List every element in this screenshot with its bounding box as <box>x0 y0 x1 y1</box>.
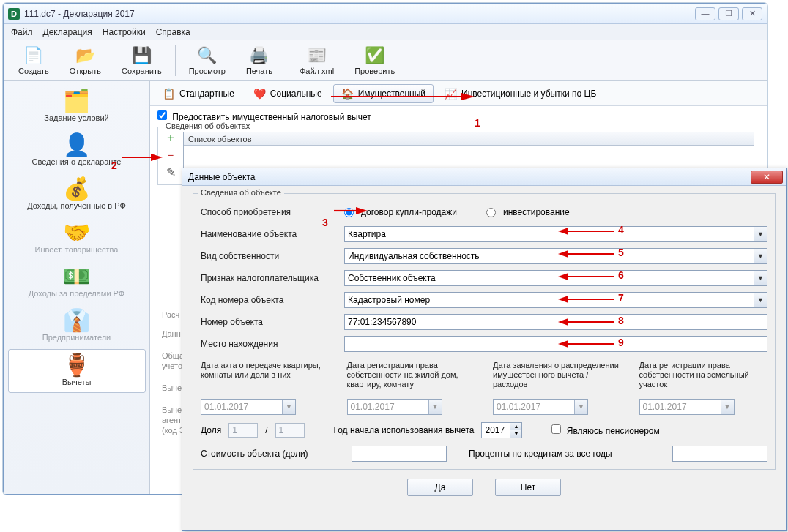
chevron-down-icon: ▼ <box>754 271 767 285</box>
cost-input[interactable] <box>352 446 447 462</box>
year-input[interactable]: 2017▲▼ <box>481 422 522 438</box>
maximize-button[interactable]: ☐ <box>718 7 739 20</box>
toolbar-Файл xml[interactable]: 📰Файл xml <box>289 42 344 79</box>
sidebar-icon: 🤝 <box>63 222 90 244</box>
chevron-down-icon: ▼ <box>754 249 767 263</box>
sidebar-item[interactable]: 💰Доходы, полученные в РФ <box>8 173 146 216</box>
deduction-tabs: 📋Стандартные❤️Социальные🏠Имущественный📈И… <box>150 81 767 106</box>
tab-icon: 🏠 <box>341 88 354 100</box>
toolbar-icon: 📄 <box>23 45 44 66</box>
own-combo[interactable]: Индивидуальная собственность▼ <box>344 248 767 264</box>
edit-object-button[interactable]: ✎ <box>164 167 177 180</box>
date-column: Дата акта о передаче квартиры, комнаты и… <box>201 361 330 415</box>
window-title: 111.dc7 - Декларация 2017 <box>24 9 135 19</box>
deduction-tab[interactable]: ❤️Социальные <box>245 84 330 103</box>
tab-icon: 📈 <box>445 88 457 100</box>
toolbar: 📄Создать📂Открыть💾Сохранить🔍Просмотр🖨️Печ… <box>4 40 767 81</box>
acq-label: Способ приобретения <box>201 208 344 217</box>
toolbar-icon: 🔍 <box>197 45 218 66</box>
loc-input[interactable] <box>344 336 767 352</box>
date-column: Дата заявления о распределении имуществе… <box>493 361 622 415</box>
toolbar-Открыть[interactable]: 📂Открыть <box>59 42 111 79</box>
tab-icon: 📋 <box>163 88 175 100</box>
toolbar-Проверить[interactable]: ✅Проверить <box>344 42 405 79</box>
menubar: Файл Декларация Настройки Справка <box>4 24 767 40</box>
toolbar-Печать[interactable]: 🖨️Печать <box>236 42 283 79</box>
menu-file[interactable]: Файл <box>11 27 33 37</box>
sidebar-item[interactable]: 🏺Вычеты <box>8 349 146 393</box>
chevron-down-icon: ▼ <box>428 400 442 414</box>
share-den[interactable]: 1 <box>275 423 305 438</box>
deduction-tab[interactable]: 📋Стандартные <box>155 84 242 103</box>
toolbar-icon: 📰 <box>307 45 327 66</box>
sidebar-icon: 💵 <box>63 266 90 288</box>
chevron-down-icon: ▼ <box>754 293 767 307</box>
minimize-button[interactable]: — <box>695 7 715 20</box>
name-combo[interactable]: Квартира▼ <box>344 226 767 242</box>
chevron-down-icon: ▼ <box>721 400 734 414</box>
num-input[interactable]: 77:01:234567890 <box>344 314 767 330</box>
sidebar-item: 🤝Инвест. товарищества <box>8 217 146 260</box>
share-label: Доля <box>201 425 221 435</box>
menu-declaration[interactable]: Декларация <box>43 27 92 37</box>
toolbar-icon: 📂 <box>75 45 95 66</box>
sidebar: 🗂️Задание условий👤Сведения о декларанте💰… <box>4 81 150 494</box>
sidebar-item: 💵Доходы за пределами РФ <box>8 261 146 304</box>
acq-radio-contract[interactable]: договор купли-продажи <box>344 207 457 217</box>
cost-label: Стоимость объекта (доли) <box>201 449 344 459</box>
date-input[interactable]: 01.01.2017▼ <box>347 399 442 415</box>
dialog-titlebar: Данные объекта ✕ <box>182 168 786 186</box>
date-input[interactable]: 01.01.2017▼ <box>201 399 296 415</box>
ok-button[interactable]: Да <box>407 479 473 496</box>
interest-label: Проценты по кредитам за все годы <box>469 449 612 459</box>
sidebar-icon: 👔 <box>63 310 90 331</box>
objects-list[interactable]: Список объектов <box>183 132 754 173</box>
deduction-tab[interactable]: 📈Инвестиционные и убытки по ЦБ <box>436 84 604 103</box>
sidebar-icon: 🏺 <box>63 354 90 376</box>
chevron-down-icon: ▼ <box>574 400 587 414</box>
date-column: Дата регистрации права собственности на … <box>639 361 768 415</box>
titlebar: D 111.dc7 - Декларация 2017 — ☐ ✕ <box>4 4 767 24</box>
app-icon: D <box>8 8 20 20</box>
menu-settings[interactable]: Настройки <box>103 27 146 37</box>
num-label: Номер объекта <box>201 318 344 327</box>
toolbar-icon: 🖨️ <box>249 45 270 66</box>
object-dialog: Данные объекта ✕ Сведения об объекте Спо… <box>182 168 787 531</box>
loc-label: Место нахождения <box>201 340 344 349</box>
interest-input[interactable] <box>672 446 767 462</box>
dialog-fieldset: Сведения об объекте Способ приобретения … <box>193 193 776 470</box>
date-input[interactable]: 01.01.2017▼ <box>493 399 588 415</box>
deduction-tab[interactable]: 🏠Имущественный <box>333 84 434 103</box>
sidebar-item[interactable]: 👤Сведения о декларанте <box>8 130 146 172</box>
taxp-label: Признак налогоплательщика <box>201 274 344 283</box>
dialog-title: Данные объекта <box>188 172 255 182</box>
own-label: Вид собственности <box>201 252 344 261</box>
dialog-close-button[interactable]: ✕ <box>751 171 783 184</box>
code-label: Код номера объекта <box>201 296 344 305</box>
remove-object-button[interactable]: － <box>164 149 177 162</box>
code-combo[interactable]: Кадастровый номер▼ <box>344 292 767 308</box>
pension-checkbox[interactable]: Являюсь пенсионером <box>551 424 659 436</box>
tab-icon: ❤️ <box>253 88 266 100</box>
toolbar-Просмотр[interactable]: 🔍Просмотр <box>179 42 236 79</box>
toolbar-Сохранить[interactable]: 💾Сохранить <box>111 42 172 79</box>
chevron-down-icon: ▼ <box>282 400 295 414</box>
close-button[interactable]: ✕ <box>742 7 762 20</box>
share-num[interactable]: 1 <box>228 423 258 438</box>
grant-checkbox[interactable]: Предоставить имущественный налоговый выч… <box>157 112 371 122</box>
sidebar-icon: 👤 <box>63 134 90 156</box>
menu-help[interactable]: Справка <box>156 27 190 37</box>
toolbar-icon: 💾 <box>131 45 152 66</box>
date-input[interactable]: 01.01.2017▼ <box>639 399 735 415</box>
sidebar-item[interactable]: 🗂️Задание условий <box>8 86 146 128</box>
acq-radio-invest[interactable]: инвестирование <box>486 207 570 217</box>
name-label: Наименование объекта <box>201 230 344 239</box>
date-column: Дата регистрации права собственности на … <box>347 361 476 415</box>
chevron-down-icon: ▼ <box>754 227 767 241</box>
toolbar-Создать[interactable]: 📄Создать <box>8 42 59 79</box>
add-object-button[interactable]: ＋ <box>164 132 177 145</box>
sidebar-item: 👔Предприниматели <box>8 305 146 348</box>
sidebar-icon: 🗂️ <box>63 90 90 112</box>
cancel-button[interactable]: Нет <box>495 479 561 496</box>
taxp-combo[interactable]: Собственник объекта▼ <box>344 270 767 286</box>
